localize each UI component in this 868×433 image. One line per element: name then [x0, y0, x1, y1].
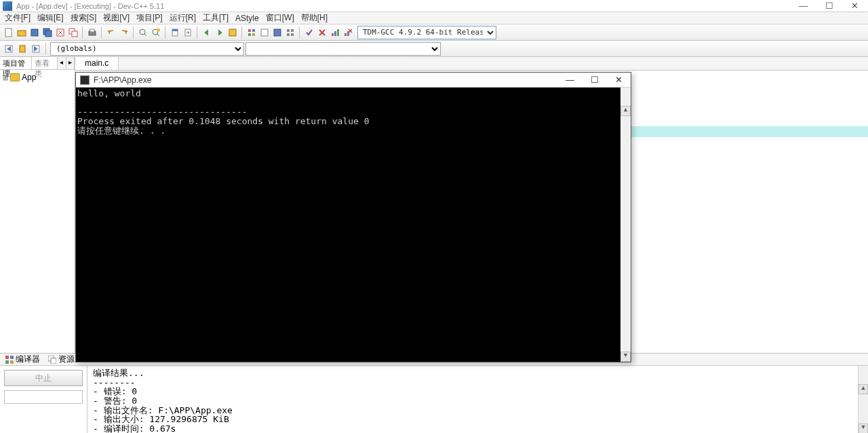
svg-rect-34 [334, 31, 336, 36]
menu-tools[interactable]: 工具[T] [199, 12, 232, 24]
tab-nav-right-icon[interactable]: ▸ [66, 57, 75, 69]
toggle-bookmark-icon[interactable] [169, 26, 181, 39]
close-file-icon[interactable] [54, 26, 66, 39]
svg-rect-0 [5, 29, 12, 37]
bottom-tab-resources-label: 资源 [58, 354, 75, 365]
replace-icon[interactable] [150, 26, 162, 39]
svg-rect-30 [291, 33, 294, 36]
menu-search[interactable]: 搜索[S] [67, 12, 100, 24]
folder-icon [10, 73, 20, 81]
svg-rect-41 [20, 45, 25, 52]
nav-goto-icon[interactable] [30, 43, 42, 55]
console-window: F:\APP\App.exe — ☐ ✕ hello, world ------… [75, 72, 631, 362]
svg-rect-25 [261, 29, 268, 36]
console-scroll-down-icon[interactable]: ▼ [620, 352, 631, 362]
new-file-icon[interactable] [3, 26, 15, 39]
goto-line-fwd-icon[interactable] [214, 26, 226, 39]
svg-rect-1 [18, 31, 26, 36]
svg-rect-21 [248, 29, 251, 32]
log-scrollbar[interactable]: ▲ ▼ [858, 366, 868, 433]
toolbar-nav: (globals) [0, 41, 868, 57]
svg-line-15 [157, 34, 159, 36]
compiler-select[interactable]: TDM-GCC 4.9.2 64-bit Release [357, 26, 496, 39]
svg-rect-48 [51, 358, 56, 364]
undo-icon[interactable] [105, 26, 117, 39]
console-scrollbar[interactable]: ▲ ▼ [620, 88, 631, 362]
compile-log[interactable]: 编译结果... -------- - 错误: 0 - 警告: 0 - 输出文件名… [87, 366, 868, 433]
open-icon[interactable] [16, 26, 28, 39]
menu-edit[interactable]: 编辑[E] [34, 12, 67, 24]
svg-rect-45 [5, 360, 9, 364]
debug-icon[interactable] [303, 26, 315, 39]
bottom-tab-resources[interactable]: 资源 [44, 354, 79, 365]
window-title: App - [App.dev] - [Executing] - Dev-C++ … [16, 2, 795, 10]
menu-window[interactable]: 窗口[W] [262, 12, 298, 24]
tab-project-mgr[interactable]: 项目管理 [0, 57, 32, 69]
stop-button[interactable]: 中止 [4, 370, 83, 386]
menu-help[interactable]: 帮助[H] [298, 12, 331, 24]
close-button[interactable]: ✕ [847, 1, 863, 11]
bottom-tab-compiler[interactable]: 编译器 [1, 354, 44, 365]
rebuild-icon[interactable] [284, 26, 296, 39]
svg-rect-28 [291, 29, 294, 32]
menu-file[interactable]: 文件[F] [1, 12, 34, 24]
toolbar-main: TDM-GCC 4.9.2 64-bit Release [0, 24, 868, 41]
project-tree[interactable]: ⊞ App [0, 70, 75, 353]
svg-rect-46 [10, 360, 14, 364]
run-icon[interactable] [258, 26, 271, 39]
console-body[interactable]: hello, world ---------------------------… [76, 88, 631, 362]
menu-view[interactable]: 视图[V] [100, 12, 133, 24]
log-line: - 编译时间: 0.67s [93, 423, 176, 433]
tab-nav-left-icon[interactable]: ◂ [58, 57, 66, 69]
goto-line-back-icon[interactable] [201, 26, 213, 39]
console-minimize-button[interactable]: — [561, 75, 578, 85]
console-scroll-up-icon[interactable]: ▲ [620, 106, 631, 116]
app-icon [3, 1, 12, 11]
close-all-icon[interactable] [67, 26, 79, 39]
globals-combo[interactable]: (globals) [50, 42, 244, 56]
tree-root-label: App [22, 73, 36, 82]
svg-rect-27 [287, 29, 290, 32]
save-all-icon[interactable] [41, 26, 54, 39]
editor-tabs: main.c [75, 57, 868, 71]
symbols-combo[interactable] [245, 42, 441, 56]
scroll-down-icon[interactable]: ▼ [859, 423, 868, 433]
profile-icon[interactable] [329, 26, 341, 39]
console-close-button[interactable]: ✕ [611, 75, 627, 85]
menu-project[interactable]: 项目[P] [133, 12, 166, 24]
tab-class-view[interactable]: 查看类 [32, 57, 58, 69]
console-titlebar[interactable]: F:\APP\App.exe — ☐ ✕ [76, 73, 631, 88]
minimize-button[interactable]: — [795, 1, 812, 11]
console-maximize-button[interactable]: ☐ [587, 75, 603, 85]
tree-root-row[interactable]: ⊞ App [3, 73, 72, 82]
stop-debug-icon[interactable] [316, 26, 328, 39]
console-title-text: F:\APP\App.exe [94, 75, 561, 85]
tree-expand-icon[interactable]: ⊞ [3, 74, 8, 81]
editor-tab-main[interactable]: main.c [75, 57, 119, 70]
svg-rect-9 [72, 31, 77, 37]
scroll-up-icon[interactable]: ▲ [859, 384, 868, 394]
menu-astyle[interactable]: AStyle [232, 14, 262, 23]
menu-run[interactable]: 运行[R] [166, 12, 199, 24]
bottom-blank-field[interactable] [4, 390, 83, 404]
goto-icon[interactable] [226, 26, 239, 39]
maximize-button[interactable]: ☐ [821, 1, 837, 11]
svg-rect-23 [248, 33, 251, 36]
bottom-panel: 编译器 资源 中止 编译结果... -------- - 错误: 0 - 警告:… [0, 353, 868, 433]
svg-rect-35 [337, 29, 339, 36]
svg-rect-11 [90, 29, 94, 32]
goto-bookmark-icon[interactable] [182, 26, 194, 39]
delete-profile-icon[interactable] [342, 26, 354, 39]
nav-insert-icon[interactable] [3, 43, 15, 55]
find-icon[interactable] [137, 26, 149, 39]
svg-rect-16 [157, 29, 160, 31]
print-icon[interactable] [86, 26, 98, 39]
svg-rect-33 [332, 33, 334, 36]
save-icon[interactable] [28, 26, 41, 39]
redo-icon[interactable] [118, 26, 130, 39]
bottom-button-col: 中止 [0, 366, 87, 433]
compile-icon[interactable] [245, 26, 258, 39]
compile-run-icon[interactable] [271, 26, 283, 39]
nav-bookmark-icon[interactable] [16, 43, 28, 55]
console-icon [80, 75, 90, 85]
